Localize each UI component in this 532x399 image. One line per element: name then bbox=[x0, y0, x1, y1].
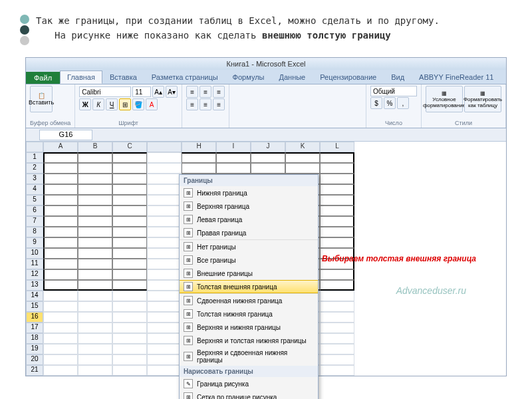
cell[interactable] bbox=[43, 354, 78, 365]
cell[interactable] bbox=[112, 291, 147, 301]
cell[interactable] bbox=[43, 259, 78, 269]
tab-home[interactable]: Главная bbox=[60, 70, 102, 84]
cell[interactable] bbox=[320, 301, 354, 312]
cell[interactable] bbox=[147, 323, 182, 333]
column-header[interactable] bbox=[26, 142, 43, 152]
border-menu-item[interactable]: ⊞Левая граница bbox=[180, 213, 318, 226]
cell[interactable] bbox=[43, 195, 78, 205]
borders-button[interactable]: ⊞ bbox=[119, 98, 131, 110]
cell[interactable] bbox=[43, 333, 78, 344]
cell[interactable] bbox=[112, 269, 147, 280]
cell[interactable] bbox=[78, 227, 112, 237]
cell[interactable] bbox=[147, 312, 182, 323]
cell[interactable] bbox=[112, 301, 147, 312]
cell[interactable] bbox=[112, 312, 147, 323]
column-header[interactable]: C bbox=[112, 142, 147, 152]
cell[interactable] bbox=[147, 237, 182, 248]
cell[interactable] bbox=[147, 301, 182, 312]
cell[interactable] bbox=[320, 365, 354, 376]
border-menu-item[interactable]: ⊞Верхняя граница bbox=[180, 200, 318, 213]
tab-formulas[interactable]: Формулы bbox=[225, 70, 272, 84]
tab-review[interactable]: Рецензирование bbox=[313, 70, 384, 84]
align-bottom-icon[interactable]: ≡ bbox=[213, 86, 225, 98]
cell[interactable] bbox=[285, 163, 320, 174]
cell[interactable] bbox=[182, 163, 216, 174]
column-header[interactable]: I bbox=[216, 142, 251, 152]
cell[interactable] bbox=[78, 248, 112, 259]
column-header[interactable]: H bbox=[182, 142, 216, 152]
cell[interactable] bbox=[78, 259, 112, 269]
cell[interactable] bbox=[147, 163, 182, 174]
cell[interactable] bbox=[112, 248, 147, 259]
row-header[interactable]: 19 bbox=[26, 344, 43, 354]
italic-button[interactable]: К bbox=[92, 98, 104, 110]
cell[interactable] bbox=[320, 163, 354, 174]
cell[interactable] bbox=[43, 184, 78, 195]
row-header[interactable]: 18 bbox=[26, 333, 43, 344]
cell[interactable] bbox=[78, 205, 112, 216]
paste-button[interactable]: 📋 Вставить bbox=[30, 86, 53, 112]
cell[interactable] bbox=[147, 269, 182, 280]
fill-color-button[interactable]: 🪣 bbox=[132, 98, 144, 110]
row-header[interactable]: 6 bbox=[26, 205, 43, 216]
border-menu-item[interactable]: ⊞Сдвоенная нижняя граница bbox=[180, 294, 318, 307]
currency-icon[interactable]: $ bbox=[370, 97, 382, 109]
border-menu-item[interactable]: ⊞Верхняя и нижняя границы bbox=[180, 321, 318, 334]
column-header[interactable]: K bbox=[285, 142, 320, 152]
row-header[interactable]: 1 bbox=[26, 152, 43, 163]
column-header[interactable]: J bbox=[251, 142, 285, 152]
tab-data[interactable]: Данные bbox=[271, 70, 313, 84]
cell[interactable] bbox=[320, 312, 354, 323]
cell[interactable] bbox=[43, 269, 78, 280]
row-header[interactable]: 4 bbox=[26, 184, 43, 195]
row-header[interactable]: 11 bbox=[26, 259, 43, 269]
cell[interactable] bbox=[112, 152, 147, 163]
border-menu-item[interactable]: ⊞Нет границы bbox=[180, 240, 318, 253]
cell[interactable] bbox=[147, 205, 182, 216]
cell[interactable] bbox=[320, 152, 354, 163]
cell[interactable] bbox=[147, 174, 182, 184]
row-header[interactable]: 15 bbox=[26, 301, 43, 312]
row-header[interactable]: 9 bbox=[26, 237, 43, 248]
format-as-table-button[interactable]: ▦Форматировать как таблицу bbox=[464, 86, 501, 112]
cell[interactable] bbox=[78, 237, 112, 248]
cell[interactable] bbox=[78, 323, 112, 333]
cell[interactable] bbox=[78, 269, 112, 280]
underline-button[interactable]: Ч bbox=[106, 98, 118, 110]
cell[interactable] bbox=[43, 152, 78, 163]
cell[interactable] bbox=[78, 174, 112, 184]
cell[interactable] bbox=[216, 152, 251, 163]
border-draw-item[interactable]: ⊞Сетка по границе рисунка bbox=[180, 390, 318, 399]
cell[interactable] bbox=[112, 280, 147, 291]
cell[interactable] bbox=[147, 152, 182, 163]
cell[interactable] bbox=[320, 237, 354, 248]
cell[interactable] bbox=[320, 184, 354, 195]
cell[interactable] bbox=[43, 216, 78, 227]
cell[interactable] bbox=[43, 291, 78, 301]
cell[interactable] bbox=[251, 163, 285, 174]
border-menu-item[interactable]: ⊞Правая граница bbox=[180, 226, 318, 239]
cell[interactable] bbox=[112, 354, 147, 365]
align-right-icon[interactable]: ≡ bbox=[213, 98, 225, 110]
row-header[interactable]: 14 bbox=[26, 291, 43, 301]
cell[interactable] bbox=[112, 195, 147, 205]
tab-insert[interactable]: Вставка bbox=[102, 70, 144, 84]
border-menu-item[interactable]: ⊞Все границы bbox=[180, 253, 318, 267]
cell[interactable] bbox=[112, 323, 147, 333]
cell[interactable] bbox=[320, 354, 354, 365]
increase-font-icon[interactable]: A▴ bbox=[152, 86, 164, 98]
percent-icon[interactable]: % bbox=[384, 97, 396, 109]
cell[interactable] bbox=[147, 280, 182, 291]
cell[interactable] bbox=[78, 184, 112, 195]
cell[interactable] bbox=[43, 312, 78, 323]
decrease-font-icon[interactable]: A▾ bbox=[166, 86, 178, 98]
cell[interactable] bbox=[78, 333, 112, 344]
cell[interactable] bbox=[112, 184, 147, 195]
border-menu-item[interactable]: ⊞Толстая нижняя граница bbox=[180, 307, 318, 321]
cell[interactable] bbox=[78, 312, 112, 323]
cell[interactable] bbox=[320, 280, 354, 291]
bold-button[interactable]: Ж bbox=[79, 98, 91, 110]
row-header[interactable]: 10 bbox=[26, 248, 43, 259]
cell[interactable] bbox=[112, 227, 147, 237]
border-menu-item[interactable]: ⊞Внешние границы bbox=[180, 267, 318, 280]
